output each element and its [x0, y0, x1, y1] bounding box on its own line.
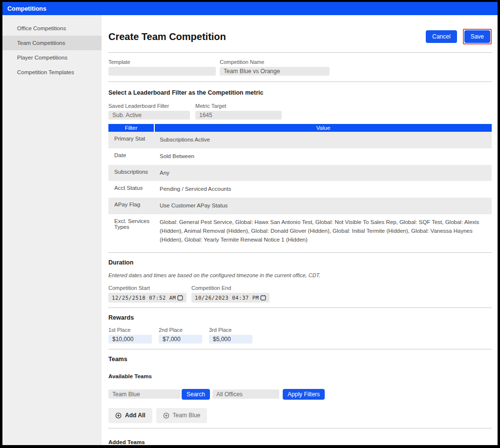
sidebar-item-label: Player Competitions — [17, 55, 67, 61]
filter-cell: Subscriptions — [108, 165, 155, 182]
apply-filters-button[interactable]: Apply Filters — [283, 389, 325, 400]
sidebar-item-label: Team Competitions — [17, 40, 65, 46]
reward-amount-input[interactable] — [159, 335, 202, 344]
teams-heading: Teams — [108, 356, 492, 363]
calendar-icon[interactable] — [177, 295, 183, 301]
value-column-header: Value — [155, 125, 492, 131]
filter-cell: Primary Stat — [108, 132, 155, 148]
added-teams-heading: Added Teams — [108, 439, 492, 445]
sidebar: Office Competitions Team Competitions Pl… — [2, 15, 102, 445]
divider — [108, 52, 492, 53]
sidebar-item[interactable]: Team Competitions — [2, 36, 102, 50]
value-cell: Sold Between — [155, 148, 492, 165]
duration-heading: Duration — [108, 259, 492, 266]
top-bar: Competitions — [2, 2, 498, 15]
value-cell: Subscriptions Active — [155, 132, 492, 148]
competition-end-value: 10/26/2023 04:37 PM — [195, 295, 260, 301]
template-label: Template — [108, 59, 216, 65]
sidebar-item-label: Office Competitions — [17, 25, 66, 31]
template-input[interactable] — [108, 67, 216, 76]
saved-filter-input[interactable] — [108, 111, 190, 120]
main-content: Create Team Competition Cancel Save Temp… — [102, 15, 498, 445]
filter-table-body: Primary Stat Subscriptions Active Date S… — [108, 132, 492, 248]
competition-start-value: 12/25/2518 07:52 AM — [112, 295, 177, 301]
reward-place-label: 1st Place — [108, 327, 152, 333]
reward-field: 2nd Place — [159, 327, 202, 344]
add-team-button[interactable]: Team Blue — [156, 408, 208, 423]
filter-cell: APay Flag — [108, 198, 155, 214]
sidebar-item[interactable]: Competition Templates — [2, 65, 102, 80]
table-row: Acct Status Pending / Serviced Accounts — [108, 181, 492, 198]
rewards-row: 1st Place 2nd Place 3rd Place — [108, 327, 492, 344]
reward-amount-input[interactable] — [108, 335, 152, 344]
competition-end-input[interactable]: 10/26/2023 04:37 PM — [191, 293, 270, 303]
filter-cell: Excl. Services Types — [108, 214, 155, 248]
divider — [108, 349, 492, 349]
add-team-button[interactable]: Add All — [108, 408, 152, 423]
available-team-buttons: Add All Team Blue — [108, 408, 492, 423]
page-title: Create Team Competition — [108, 31, 226, 42]
reward-place-label: 2nd Place — [159, 327, 202, 333]
team-search-input[interactable] — [108, 389, 181, 399]
reward-place-label: 3rd Place — [209, 327, 252, 333]
app-window: Competitions Office Competitions Team Co… — [2, 2, 498, 445]
value-cell: Pending / Serviced Accounts — [155, 181, 492, 198]
value-cell: Global: General Pest Service, Global: Ha… — [155, 214, 492, 248]
team-button-label: Add All — [125, 412, 146, 419]
cancel-button[interactable]: Cancel — [426, 30, 457, 43]
saved-filter-label: Saved Leaderboard Filter — [108, 103, 190, 109]
metric-section-heading: Select a Leaderboard Filter as the Compe… — [108, 89, 492, 96]
divider — [108, 428, 492, 428]
sidebar-item[interactable]: Player Competitions — [2, 50, 102, 65]
timezone-note: Entered dates and times are based on the… — [108, 272, 492, 278]
team-button-label: Team Blue — [173, 412, 201, 419]
sidebar-item[interactable]: Office Competitions — [2, 21, 102, 36]
save-button-highlight: Save — [463, 29, 492, 44]
competition-name-input[interactable] — [220, 67, 330, 76]
competition-name-label: Competition Name — [220, 59, 330, 65]
office-filter-input[interactable] — [212, 389, 279, 399]
sidebar-item-label: Competition Templates — [17, 69, 74, 75]
reward-amount-input[interactable] — [209, 335, 252, 344]
plus-circle-icon — [163, 412, 169, 419]
metric-target-input[interactable] — [195, 111, 282, 120]
value-cell: Use Customer APay Status — [155, 198, 492, 214]
reward-field: 3rd Place — [209, 327, 252, 344]
table-row: Date Sold Between — [108, 148, 492, 165]
calendar-icon[interactable] — [260, 295, 266, 301]
metric-target-label: Metric Target — [195, 103, 282, 109]
filter-column-header: Filter — [108, 124, 155, 132]
divider — [108, 81, 492, 82]
rewards-heading: Rewards — [108, 314, 492, 321]
reward-field: 1st Place — [108, 327, 152, 344]
table-row: APay Flag Use Customer APay Status — [108, 198, 492, 214]
search-button[interactable]: Search — [182, 389, 210, 400]
competition-start-label: Competition Start — [108, 285, 187, 291]
plus-circle-icon — [115, 412, 122, 419]
available-teams-heading: Available Teams — [108, 373, 492, 379]
filter-cell: Date — [108, 148, 155, 165]
app-title: Competitions — [7, 5, 46, 12]
value-cell: Any — [155, 165, 492, 182]
competition-start-input[interactable]: 12/25/2518 07:52 AM — [108, 293, 187, 303]
filter-table: Filter Value Primary Stat Subscriptions … — [108, 124, 492, 248]
table-row: Subscriptions Any — [108, 165, 492, 182]
divider — [108, 252, 492, 253]
filter-table-header: Filter Value — [108, 124, 492, 132]
table-row: Primary Stat Subscriptions Active — [108, 132, 492, 148]
divider — [108, 307, 492, 308]
filter-cell: Acct Status — [108, 181, 155, 198]
competition-end-label: Competition End — [191, 285, 270, 291]
save-button[interactable]: Save — [464, 30, 490, 43]
screenshot-frame: Competitions Office Competitions Team Co… — [0, 0, 500, 448]
table-row: Excl. Services Types Global: General Pes… — [108, 214, 492, 248]
